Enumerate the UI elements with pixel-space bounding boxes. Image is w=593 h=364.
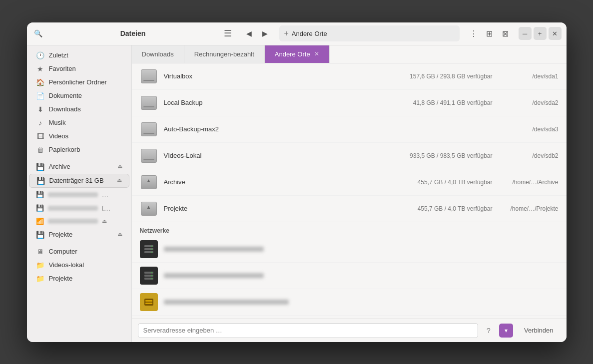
- maximize-button[interactable]: +: [534, 27, 547, 40]
- svg-point-5: [151, 251, 152, 252]
- file-row-videos-lokal[interactable]: VIdeos-Lokal 933,5 GB / 983,5 GB verfügb…: [132, 143, 567, 169]
- network-server-icon: [140, 240, 158, 258]
- sidebar-item-blurred-2[interactable]: 💾 t…: [29, 202, 129, 215]
- titlebar: 🔍 Dateien ☰ ◀ ▶ + Andere Orte ⋮ ⊞ ⊠ ─ + …: [27, 22, 567, 45]
- drive-icon: 💾: [36, 177, 45, 185]
- more-options-button[interactable]: ⋮: [467, 26, 481, 40]
- video-icon: 🎞: [36, 132, 45, 140]
- file-row-archive[interactable]: Archive 455,7 GB / 4,0 TB verfügbar /hom…: [132, 169, 567, 196]
- eject-icon[interactable]: ⏏: [117, 163, 122, 170]
- location-bar[interactable]: + Andere Orte: [279, 25, 460, 41]
- navigation-buttons: ◀ ▶: [242, 26, 272, 40]
- file-size: 455,7 GB / 4,0 TB verfügbar: [393, 205, 493, 212]
- drive-icon: [140, 120, 158, 138]
- file-row-local-backup[interactable]: Local Backup 41,8 GB / 491,1 GB verfügba…: [132, 90, 567, 116]
- sidebar-item-music[interactable]: ♪ Musik: [29, 116, 129, 129]
- drive-icon: [140, 147, 158, 165]
- sidebar-label: Musik: [49, 119, 122, 126]
- file-name: Local Backup: [164, 99, 387, 106]
- eject-icon[interactable]: ⏏: [102, 218, 107, 225]
- sidebar-item-blurred-3[interactable]: 📶 ⏏: [29, 215, 129, 228]
- sidebar-label: Projekte: [49, 231, 113, 238]
- tab-close-icon[interactable]: ✕: [314, 50, 319, 57]
- sidebar-item-zuletzt[interactable]: 🕐 Zuletzt: [29, 49, 129, 62]
- file-name: Virtualbox: [164, 72, 387, 80]
- blurred-name: [48, 219, 98, 224]
- svg-point-3: [151, 245, 152, 246]
- zoom-button[interactable]: ⊠: [499, 26, 513, 40]
- main-content: 🕐 Zuletzt ★ Favoriten 🏠 Persönlicher Ord…: [27, 45, 567, 342]
- titlebar-actions: ⋮ ⊞ ⊠: [467, 26, 513, 40]
- sidebar-label: Persönlicher Ordner: [49, 78, 122, 86]
- eject-icon[interactable]: ⏏: [117, 231, 122, 238]
- server-address-bar: ? ▾ Verbinden: [132, 319, 567, 342]
- sidebar-item-documents[interactable]: 📄 Dokumente: [29, 89, 129, 102]
- sidebar-item-blurred-1[interactable]: 💾 …: [29, 188, 129, 201]
- forward-button[interactable]: ▶: [258, 26, 272, 40]
- sidebar-item-datentraeger[interactable]: 💾 Datenträger 31 GB ⏏: [29, 174, 129, 188]
- blurred-name: [48, 192, 98, 197]
- drive-icon: 💾: [36, 191, 44, 198]
- dots-icon[interactable]: …: [102, 191, 109, 199]
- sidebar-item-computer[interactable]: 🖥 Computer: [29, 245, 129, 258]
- folder-icon: 📁: [36, 261, 45, 269]
- download-icon: ⬇: [36, 105, 45, 113]
- file-name: Projekte: [164, 205, 387, 212]
- svg-rect-13: [145, 300, 152, 302]
- file-name: Auto-Backup-max2: [164, 125, 387, 133]
- sidebar-label: Downloads: [49, 105, 122, 113]
- computer-icon: 🖥: [36, 248, 45, 256]
- wifi-icon: 📶: [36, 218, 44, 225]
- tab-rechnungen[interactable]: Rechnungen-bezahlt: [184, 45, 265, 63]
- drive-icon: 💾: [36, 204, 44, 212]
- music-icon: ♪: [36, 119, 45, 127]
- home-icon: 🏠: [36, 78, 45, 86]
- network-row-3[interactable]: [132, 289, 567, 316]
- eject-icon[interactable]: ⏏: [117, 177, 122, 184]
- window-controls: ─ + ✕: [519, 27, 562, 40]
- sidebar-label: Computer: [49, 248, 122, 255]
- dots-icon[interactable]: t…: [102, 204, 111, 212]
- sidebar-label: Videos-lokal: [49, 261, 122, 269]
- tab-andere-orte[interactable]: Andere Orte ✕: [265, 45, 330, 63]
- window-title: Dateien: [48, 29, 218, 37]
- tab-downloads[interactable]: Downloads: [132, 45, 184, 63]
- sidebar-label: Zuletzt: [49, 51, 122, 59]
- svg-point-11: [151, 278, 152, 279]
- sidebar-item-home[interactable]: 🏠 Persönlicher Ordner: [29, 76, 129, 89]
- network-row-2[interactable]: [132, 263, 567, 289]
- sidebar-item-downloads[interactable]: ⬇ Downloads: [29, 103, 129, 116]
- drive-icon: 💾: [36, 163, 45, 171]
- sidebar-item-videos[interactable]: 🎞 Videos: [29, 130, 129, 143]
- server-address-input[interactable]: [138, 323, 478, 338]
- help-button[interactable]: ?: [482, 324, 495, 337]
- sidebar-item-favoriten[interactable]: ★ Favoriten: [29, 62, 129, 75]
- network-row-1[interactable]: [132, 236, 567, 263]
- trash-icon: 🗑: [36, 146, 45, 154]
- sidebar-item-trash[interactable]: 🗑 Papierkorb: [29, 143, 129, 156]
- network-name: [164, 300, 289, 305]
- location-plus-icon: +: [284, 29, 289, 38]
- menu-icon[interactable]: ☰: [221, 27, 234, 40]
- sidebar-item-projekte[interactable]: 💾 Projekte ⏏: [29, 228, 129, 241]
- sidebar-item-archive[interactable]: 💾 Archive ⏏: [29, 160, 129, 173]
- file-path: /home/…/Projekte: [499, 205, 559, 212]
- connect-button[interactable]: Verbinden: [517, 324, 561, 337]
- back-button[interactable]: ◀: [242, 26, 256, 40]
- file-size: 41,8 GB / 491,1 GB verfügbar: [393, 99, 493, 106]
- view-toggle-button[interactable]: ⊞: [483, 26, 497, 40]
- file-row-projekte[interactable]: Projekte 455,7 GB / 4,0 TB verfügbar /ho…: [132, 196, 567, 222]
- minimize-button[interactable]: ─: [519, 27, 532, 40]
- file-path: /dev/sda1: [499, 73, 559, 80]
- dropdown-button[interactable]: ▾: [499, 324, 513, 338]
- file-row-auto-backup[interactable]: Auto-Backup-max2 /dev/sda3: [132, 116, 567, 143]
- document-icon: 📄: [36, 92, 45, 100]
- sidebar-item-projekte2[interactable]: 📁 Projekte: [29, 272, 129, 285]
- search-icon[interactable]: 🔍: [32, 27, 45, 40]
- sidebar-item-videos-lokal[interactable]: 📁 Videos-lokal: [29, 259, 129, 272]
- file-size: 157,6 GB / 293,8 GB verfügbar: [393, 73, 493, 80]
- close-button[interactable]: ✕: [549, 27, 562, 40]
- file-row-virtualbox[interactable]: Virtualbox 157,6 GB / 293,8 GB verfügbar…: [132, 63, 567, 90]
- file-list: Virtualbox 157,6 GB / 293,8 GB verfügbar…: [132, 63, 567, 319]
- sidebar-label: Archive: [49, 163, 113, 170]
